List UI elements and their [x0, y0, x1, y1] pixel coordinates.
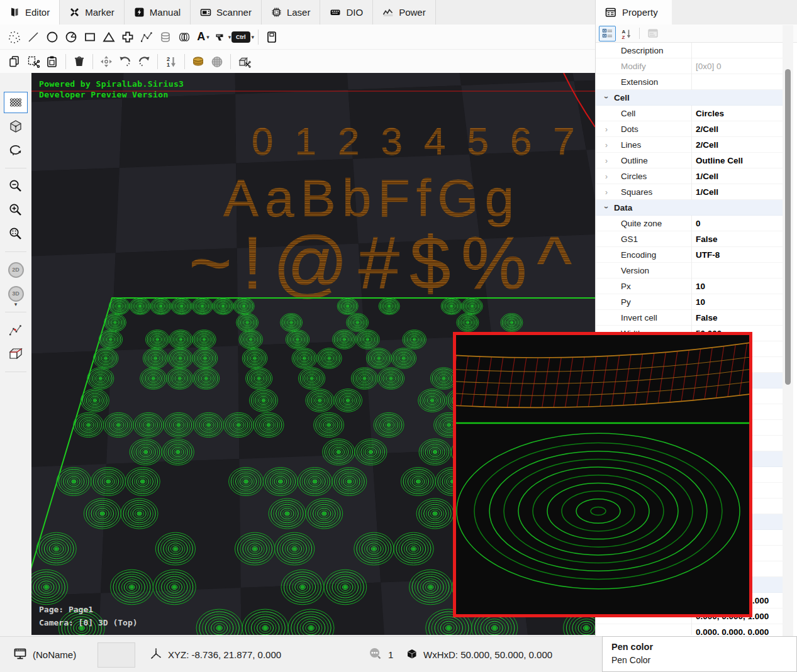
- move-button[interactable]: [97, 52, 116, 71]
- monitor-icon: [14, 647, 27, 662]
- tab-laser[interactable]: Laser: [262, 0, 321, 25]
- tab-property[interactable]: Property: [596, 0, 672, 25]
- property-value[interactable]: 0: [691, 216, 783, 231]
- scanner-icon: [200, 7, 211, 18]
- line-tool-button[interactable]: [24, 28, 43, 47]
- badge-3d: 3D: [8, 286, 24, 302]
- mesh-surface-button[interactable]: [208, 52, 226, 71]
- property-value[interactable]: 2/Cell: [691, 137, 783, 153]
- status-color-button[interactable]: [98, 642, 135, 668]
- property-row[interactable]: Modify[0x0] 0: [596, 58, 783, 74]
- property-category-row[interactable]: ›Data: [596, 200, 783, 216]
- property-row[interactable]: Extension: [596, 74, 783, 90]
- property-value[interactable]: 2/Cell: [691, 121, 783, 137]
- zoom-fit-button[interactable]: [4, 223, 28, 245]
- scrollbar-thumb[interactable]: [785, 69, 791, 385]
- property-value[interactable]: [691, 74, 783, 90]
- sort-alphabetical-button[interactable]: AZ: [618, 26, 635, 41]
- tab-dio[interactable]: DIO: [320, 0, 373, 25]
- property-category-row[interactable]: ›Cell: [596, 90, 783, 106]
- pattern-view-button[interactable]: [4, 92, 28, 113]
- property-row[interactable]: Quite zone0: [596, 216, 783, 231]
- property-row[interactable]: Description: [596, 43, 783, 58]
- property-row[interactable]: ›Dots2/Cell: [596, 121, 783, 137]
- chevron-collapsed-icon[interactable]: ›: [596, 189, 620, 196]
- chevron-collapsed-icon[interactable]: ›: [596, 126, 620, 133]
- property-row[interactable]: Py10: [596, 294, 783, 310]
- cube-view-button[interactable]: [4, 116, 28, 137]
- arc-tool-button[interactable]: [62, 28, 81, 47]
- property-row[interactable]: Version: [596, 263, 783, 278]
- path-edit-button[interactable]: [4, 319, 28, 341]
- property-value[interactable]: [0x0] 0: [691, 58, 783, 74]
- layer-box-button[interactable]: [4, 343, 28, 365]
- rings-tool-button[interactable]: [175, 28, 194, 47]
- chevron-collapsed-icon[interactable]: ›: [596, 141, 620, 149]
- property-value[interactable]: [691, 43, 783, 58]
- move-icon: [99, 55, 113, 69]
- cross-tool-button[interactable]: [118, 28, 137, 47]
- chevron-collapsed-icon[interactable]: ›: [596, 173, 620, 180]
- editor-icon: [9, 7, 20, 18]
- ctrl-character-tool-button[interactable]: Ctrl▾: [231, 28, 254, 47]
- undo-button[interactable]: [116, 52, 135, 71]
- property-row[interactable]: ›Circles1/Cell: [596, 168, 783, 184]
- rectangle-tool-button[interactable]: [81, 28, 99, 47]
- property-row[interactable]: Invert cellFalse: [596, 310, 783, 326]
- categorized-view-button[interactable]: [599, 26, 616, 41]
- tab-manual[interactable]: Manual: [125, 0, 191, 25]
- rectangle-icon: [83, 30, 97, 44]
- view-2d-button[interactable]: 2D: [4, 259, 28, 280]
- chevron-expanded-icon[interactable]: ›: [602, 96, 611, 99]
- zoom-out-button[interactable]: [4, 175, 28, 197]
- property-pages-button[interactable]: [644, 26, 661, 41]
- zoom-in-button[interactable]: [4, 199, 28, 221]
- sort-icon: 21: [164, 55, 178, 69]
- property-value[interactable]: 10: [691, 294, 783, 310]
- orbit-view-button[interactable]: [4, 140, 28, 161]
- delete-button[interactable]: [70, 52, 89, 71]
- property-value[interactable]: 1/Cell: [691, 184, 783, 200]
- property-row[interactable]: Px10: [596, 278, 783, 294]
- property-value[interactable]: 1/Cell: [691, 168, 783, 184]
- property-row[interactable]: CellCircles: [596, 106, 783, 121]
- property-value[interactable]: False: [691, 231, 783, 247]
- chevron-down-icon[interactable]: ▾: [14, 303, 18, 306]
- tab-power[interactable]: Power: [373, 0, 436, 25]
- property-value[interactable]: Outline Cell: [691, 153, 783, 168]
- spiral-tool-button[interactable]: [156, 28, 175, 47]
- property-row[interactable]: ›OutlineOutline Cell: [596, 153, 783, 168]
- triangle-tool-button[interactable]: [99, 28, 118, 47]
- sort-order-button[interactable]: 21: [162, 52, 181, 71]
- spline-tool-button[interactable]: [137, 28, 156, 47]
- chevron-expanded-icon[interactable]: ›: [602, 206, 611, 209]
- property-row[interactable]: GS1False: [596, 231, 783, 247]
- points-tool-button[interactable]: [5, 28, 24, 47]
- tab-editor[interactable]: Editor: [0, 0, 60, 25]
- property-row[interactable]: ›Lines2/Cell: [596, 137, 783, 153]
- barcode-tool-button[interactable]: ▾: [213, 28, 231, 47]
- property-row[interactable]: 0.000, 0.000, 0.000: [596, 624, 783, 635]
- property-value[interactable]: 10: [691, 278, 783, 294]
- property-value[interactable]: [691, 263, 783, 278]
- property-row[interactable]: ›Squares1/Cell: [596, 184, 783, 200]
- watermark-line2: Developer Preview Version: [39, 90, 169, 99]
- property-value[interactable]: UTF-8: [691, 247, 783, 263]
- text-tool-button[interactable]: A▾: [194, 28, 213, 47]
- cut-button[interactable]: [24, 52, 43, 71]
- copy-button[interactable]: [5, 52, 24, 71]
- sim-card-tool-button[interactable]: [262, 28, 281, 47]
- hatch-fill-3d-button[interactable]: [189, 52, 208, 71]
- paste-button[interactable]: [43, 52, 62, 71]
- property-value[interactable]: Circles: [691, 106, 783, 121]
- tab-marker[interactable]: Marker: [60, 0, 125, 25]
- tab-scanner[interactable]: Scanner: [191, 0, 262, 25]
- chevron-collapsed-icon[interactable]: ›: [596, 157, 620, 165]
- circle-tool-button[interactable]: [43, 28, 62, 47]
- sidebar-separator: [5, 312, 26, 312]
- slice-box-button[interactable]: [235, 52, 254, 71]
- property-row[interactable]: EncodingUTF-8: [596, 247, 783, 263]
- property-value[interactable]: False: [691, 310, 783, 326]
- redo-button[interactable]: [135, 52, 153, 71]
- property-value[interactable]: 0.000, 0.000, 0.000: [691, 624, 783, 635]
